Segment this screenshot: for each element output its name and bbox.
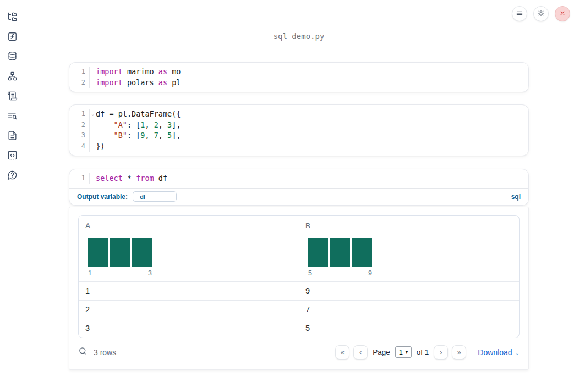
axis-tick-label: 9 (368, 269, 372, 277)
column-name[interactable]: A (85, 222, 292, 230)
code-snippet-icon (7, 150, 18, 162)
function-icon (7, 31, 18, 43)
code-line[interactable]: select * from df (96, 173, 528, 184)
column-header: B59 (299, 216, 519, 281)
output-variable-input[interactable] (133, 191, 177, 202)
first-page-button[interactable]: « (335, 345, 349, 360)
page-select[interactable]: 1 ▼ (395, 346, 412, 358)
histogram-bar (330, 238, 350, 267)
column-histogram[interactable] (88, 238, 152, 267)
line-number: 1⌄ (69, 109, 89, 120)
column-header: A13 (79, 216, 299, 281)
list-search-icon (7, 111, 18, 123)
code-lines[interactable]: select * from df (90, 173, 528, 184)
sidebar-item-logs[interactable] (2, 107, 22, 126)
language-tag[interactable]: sql (511, 193, 521, 201)
sql-cell: 1 select * from df Output variable: sql (69, 169, 529, 206)
download-label: Download (478, 348, 512, 357)
code-line[interactable]: }) (96, 141, 528, 152)
code-line[interactable]: "A": [1, 2, 3], (96, 120, 528, 131)
pagination: « ‹ Page 1 ▼ of 1 › » Download ⌄ (335, 345, 520, 360)
line-number-gutter: 12 (69, 67, 90, 88)
histogram-bar (352, 238, 372, 267)
file-tree-icon (7, 12, 18, 24)
table-cell: 5 (299, 319, 519, 338)
table-footer: 3 rows « ‹ Page 1 ▼ of 1 › » Download ⌄ (69, 338, 528, 361)
axis-tick-label: 1 (88, 269, 92, 277)
chevrons-right-icon: » (457, 348, 461, 356)
table-header: A13B59 (79, 216, 519, 281)
table-row[interactable]: 35 (79, 319, 519, 338)
sidebar-item-datasources[interactable] (2, 47, 22, 67)
sidebar-item-help[interactable] (2, 166, 22, 186)
settings-button[interactable] (533, 6, 549, 21)
histogram-bar (88, 238, 108, 267)
database-icon (7, 51, 18, 63)
line-number: 1 (69, 67, 89, 78)
search-icon (78, 346, 88, 358)
chevron-down-icon: ⌄ (515, 350, 520, 356)
fold-chevron-icon[interactable]: ⌄ (91, 109, 94, 120)
download-button[interactable]: Download ⌄ (478, 348, 520, 357)
column-name[interactable]: B (305, 222, 512, 230)
sidebar (0, 0, 24, 186)
table-row[interactable]: 19 (79, 281, 519, 300)
table-cell: 3 (79, 319, 299, 338)
axis-tick-label: 3 (148, 269, 152, 277)
table-row[interactable]: 27 (79, 300, 519, 319)
page-label: Page (373, 348, 390, 356)
sidebar-item-documentation[interactable] (2, 126, 22, 146)
notebook: sql_demo.py 12 import marimo as moimport… (69, 0, 529, 370)
line-number: 2 (69, 120, 89, 131)
sidebar-item-file-tree[interactable] (2, 8, 22, 27)
row-count-label: 3 rows (94, 348, 116, 357)
sql-editor[interactable]: 1 select * from df (69, 169, 528, 188)
histogram-bar (110, 238, 130, 267)
line-number: 4 (69, 141, 89, 152)
dataframe-table: A13B59 192735 (78, 215, 520, 338)
chevrons-left-icon: « (340, 348, 345, 356)
code-cell-dataframe: 1⌄234 df = pl.DataFrame({ "A": [1, 2, 3]… (69, 104, 529, 156)
histogram-bar (308, 238, 328, 267)
code-line[interactable]: import polars as pl (96, 78, 528, 89)
histogram-axis-labels: 13 (88, 269, 152, 277)
column-histogram[interactable] (308, 238, 372, 267)
close-icon (559, 9, 566, 19)
help-icon (7, 170, 18, 182)
table-search[interactable]: 3 rows (78, 346, 116, 358)
code-editor[interactable]: 12 import marimo as moimport polars as p… (69, 63, 528, 92)
last-page-button[interactable]: » (452, 345, 466, 360)
line-number-gutter: 1 (69, 173, 90, 184)
code-line[interactable]: "B": [9, 7, 5], (96, 130, 528, 141)
sidebar-item-snippets[interactable] (2, 146, 22, 166)
scroll-icon (7, 91, 18, 103)
line-number-gutter: 1⌄234 (69, 109, 90, 152)
sidebar-item-scratchpad[interactable] (2, 87, 22, 107)
document-icon (7, 130, 18, 142)
chevron-left-icon: ‹ (359, 348, 362, 356)
code-line[interactable]: import marimo as mo (96, 67, 528, 78)
previous-page-button[interactable]: ‹ (353, 345, 368, 360)
axis-tick-label: 5 (308, 269, 312, 277)
table-cell: 2 (79, 301, 299, 319)
code-cell-imports: 12 import marimo as moimport polars as p… (69, 62, 529, 92)
table-cell: 7 (299, 301, 519, 319)
table-cell: 9 (299, 282, 519, 300)
cell-output: A13B59 192735 3 rows « ‹ Page 1 ▼ of 1 ›… (69, 207, 529, 370)
page-select-value: 1 (399, 348, 403, 356)
code-lines[interactable]: import marimo as moimport polars as pl (90, 67, 528, 88)
table-cell: 1 (79, 282, 299, 300)
code-lines[interactable]: df = pl.DataFrame({ "A": [1, 2, 3], "B":… (90, 109, 528, 152)
histogram-bar (132, 238, 152, 267)
network-icon (7, 71, 18, 83)
histogram-axis-labels: 59 (308, 269, 372, 277)
page-total-label: of 1 (417, 348, 429, 356)
sidebar-item-dependency-graph[interactable] (2, 67, 22, 87)
sidebar-item-functions[interactable] (2, 27, 22, 47)
next-page-button[interactable]: › (434, 345, 448, 360)
code-line[interactable]: df = pl.DataFrame({ (96, 109, 528, 120)
chevron-right-icon: › (440, 348, 442, 356)
sql-options-bar: Output variable: sql (69, 188, 528, 205)
shutdown-button[interactable] (555, 6, 570, 21)
code-editor[interactable]: 1⌄234 df = pl.DataFrame({ "A": [1, 2, 3]… (69, 105, 528, 156)
